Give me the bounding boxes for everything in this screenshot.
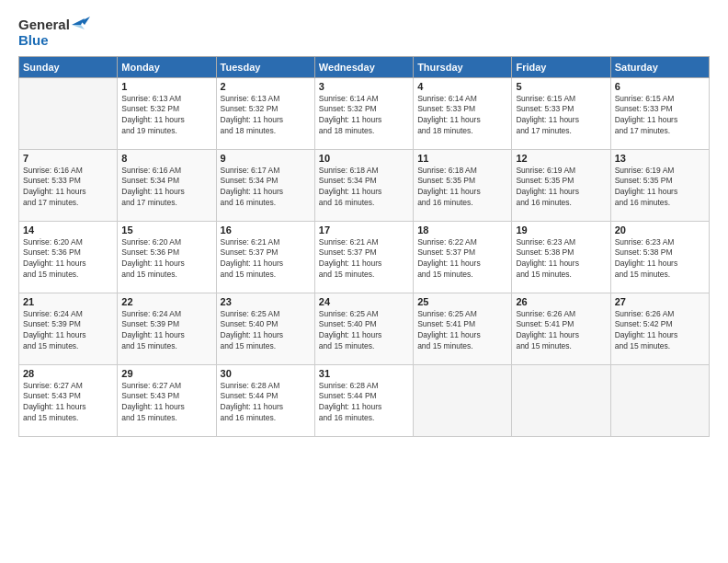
- day-number: 23: [221, 296, 311, 307]
- day-number: 27: [615, 296, 705, 307]
- day-info: Sunrise: 6:21 AM Sunset: 5:37 PM Dayligh…: [221, 237, 311, 282]
- day-info: Sunrise: 6:21 AM Sunset: 5:37 PM Dayligh…: [319, 237, 409, 282]
- col-thursday: Thursday: [414, 56, 512, 77]
- day-info: Sunrise: 6:26 AM Sunset: 5:41 PM Dayligh…: [516, 309, 606, 353]
- day-number: 8: [121, 153, 211, 164]
- day-info: Sunrise: 6:26 AM Sunset: 5:42 PM Dayligh…: [615, 309, 705, 353]
- day-number: 24: [319, 296, 409, 307]
- col-friday: Friday: [512, 56, 610, 77]
- day-number: 10: [319, 153, 409, 164]
- calendar-header-row: Sunday Monday Tuesday Wednesday Thursday…: [19, 56, 710, 77]
- calendar-cell: 28Sunrise: 6:27 AM Sunset: 5:43 PM Dayli…: [19, 364, 118, 436]
- day-info: Sunrise: 6:18 AM Sunset: 5:34 PM Dayligh…: [319, 166, 409, 210]
- calendar-cell: 26Sunrise: 6:26 AM Sunset: 5:41 PM Dayli…: [512, 293, 610, 364]
- calendar-cell: 23Sunrise: 6:25 AM Sunset: 5:40 PM Dayli…: [216, 293, 314, 364]
- calendar-cell: 12Sunrise: 6:19 AM Sunset: 5:35 PM Dayli…: [512, 149, 610, 221]
- day-info: Sunrise: 6:16 AM Sunset: 5:33 PM Dayligh…: [23, 166, 113, 210]
- col-wednesday: Wednesday: [314, 56, 413, 77]
- day-info: Sunrise: 6:16 AM Sunset: 5:34 PM Dayligh…: [121, 166, 211, 210]
- logo-text-blue: Blue: [18, 33, 49, 49]
- calendar-cell: 24Sunrise: 6:25 AM Sunset: 5:40 PM Dayli…: [314, 293, 413, 364]
- calendar-cell: 1Sunrise: 6:13 AM Sunset: 5:32 PM Daylig…: [118, 77, 216, 149]
- day-number: 21: [23, 296, 113, 307]
- calendar-cell: 10Sunrise: 6:18 AM Sunset: 5:34 PM Dayli…: [314, 149, 413, 221]
- calendar-cell: 27Sunrise: 6:26 AM Sunset: 5:42 PM Dayli…: [610, 293, 709, 364]
- day-number: 18: [417, 224, 507, 236]
- day-number: 31: [319, 368, 409, 379]
- day-number: 12: [516, 153, 606, 164]
- day-info: Sunrise: 6:24 AM Sunset: 5:39 PM Dayligh…: [121, 309, 211, 353]
- day-number: 29: [121, 368, 211, 379]
- day-number: 3: [319, 81, 409, 92]
- col-sunday: Sunday: [19, 56, 118, 77]
- day-info: Sunrise: 6:14 AM Sunset: 5:33 PM Dayligh…: [417, 94, 507, 138]
- day-info: Sunrise: 6:23 AM Sunset: 5:38 PM Dayligh…: [615, 237, 705, 282]
- calendar-cell: 13Sunrise: 6:19 AM Sunset: 5:35 PM Dayli…: [610, 149, 709, 221]
- day-number: 6: [615, 81, 705, 92]
- day-info: Sunrise: 6:25 AM Sunset: 5:40 PM Dayligh…: [319, 309, 409, 353]
- day-info: Sunrise: 6:20 AM Sunset: 5:36 PM Dayligh…: [121, 237, 211, 282]
- day-info: Sunrise: 6:28 AM Sunset: 5:44 PM Dayligh…: [319, 381, 409, 425]
- day-number: 5: [516, 81, 606, 92]
- day-number: 1: [121, 81, 211, 92]
- calendar-cell: 15Sunrise: 6:20 AM Sunset: 5:36 PM Dayli…: [118, 221, 216, 293]
- calendar-cell: 9Sunrise: 6:17 AM Sunset: 5:34 PM Daylig…: [216, 149, 314, 221]
- calendar-cell: 3Sunrise: 6:14 AM Sunset: 5:32 PM Daylig…: [314, 77, 413, 149]
- svg-marker-1: [81, 17, 90, 25]
- day-number: 4: [417, 81, 507, 92]
- day-number: 25: [417, 296, 507, 307]
- day-number: 9: [221, 153, 311, 164]
- day-info: Sunrise: 6:25 AM Sunset: 5:41 PM Dayligh…: [417, 309, 507, 353]
- calendar-cell: [610, 364, 709, 436]
- calendar-cell: 8Sunrise: 6:16 AM Sunset: 5:34 PM Daylig…: [118, 149, 216, 221]
- day-number: 15: [121, 224, 211, 236]
- day-info: Sunrise: 6:24 AM Sunset: 5:39 PM Dayligh…: [23, 309, 113, 353]
- day-number: 16: [221, 224, 311, 236]
- day-number: 7: [23, 153, 113, 164]
- day-number: 2: [221, 81, 311, 92]
- day-number: 26: [516, 296, 606, 307]
- day-info: Sunrise: 6:22 AM Sunset: 5:37 PM Dayligh…: [417, 237, 507, 282]
- logo-text-general: General: [18, 17, 70, 33]
- day-number: 19: [516, 224, 606, 236]
- calendar-week-row: 28Sunrise: 6:27 AM Sunset: 5:43 PM Dayli…: [19, 364, 710, 436]
- calendar-cell: 25Sunrise: 6:25 AM Sunset: 5:41 PM Dayli…: [414, 293, 512, 364]
- calendar-cell: 11Sunrise: 6:18 AM Sunset: 5:35 PM Dayli…: [414, 149, 512, 221]
- calendar-cell: [414, 364, 512, 436]
- day-info: Sunrise: 6:19 AM Sunset: 5:35 PM Dayligh…: [615, 166, 705, 210]
- day-info: Sunrise: 6:28 AM Sunset: 5:44 PM Dayligh…: [221, 381, 311, 425]
- calendar-week-row: 21Sunrise: 6:24 AM Sunset: 5:39 PM Dayli…: [19, 293, 710, 364]
- day-number: 30: [221, 368, 311, 379]
- calendar-cell: 6Sunrise: 6:15 AM Sunset: 5:33 PM Daylig…: [610, 77, 709, 149]
- day-number: 28: [23, 368, 113, 379]
- day-info: Sunrise: 6:20 AM Sunset: 5:36 PM Dayligh…: [23, 237, 113, 282]
- day-info: Sunrise: 6:17 AM Sunset: 5:34 PM Dayligh…: [221, 166, 311, 210]
- page-header: General Blue: [18, 17, 710, 49]
- day-info: Sunrise: 6:19 AM Sunset: 5:35 PM Dayligh…: [516, 166, 606, 210]
- calendar-week-row: 14Sunrise: 6:20 AM Sunset: 5:36 PM Dayli…: [19, 221, 710, 293]
- calendar-cell: 7Sunrise: 6:16 AM Sunset: 5:33 PM Daylig…: [19, 149, 118, 221]
- day-info: Sunrise: 6:18 AM Sunset: 5:35 PM Dayligh…: [417, 166, 507, 210]
- day-info: Sunrise: 6:13 AM Sunset: 5:32 PM Dayligh…: [221, 94, 311, 138]
- calendar-cell: [19, 77, 118, 149]
- calendar-cell: 2Sunrise: 6:13 AM Sunset: 5:32 PM Daylig…: [216, 77, 314, 149]
- day-info: Sunrise: 6:27 AM Sunset: 5:43 PM Dayligh…: [121, 381, 211, 425]
- calendar-cell: 14Sunrise: 6:20 AM Sunset: 5:36 PM Dayli…: [19, 221, 118, 293]
- day-number: 17: [319, 224, 409, 236]
- day-number: 13: [615, 153, 705, 164]
- day-info: Sunrise: 6:13 AM Sunset: 5:32 PM Dayligh…: [121, 94, 211, 138]
- col-monday: Monday: [118, 56, 216, 77]
- logo-bird-icon: [72, 17, 92, 33]
- day-number: 20: [615, 224, 705, 236]
- day-number: 14: [23, 224, 113, 236]
- day-info: Sunrise: 6:14 AM Sunset: 5:32 PM Dayligh…: [319, 94, 409, 138]
- calendar-week-row: 1Sunrise: 6:13 AM Sunset: 5:32 PM Daylig…: [19, 77, 710, 149]
- day-info: Sunrise: 6:15 AM Sunset: 5:33 PM Dayligh…: [615, 94, 705, 138]
- calendar-cell: 20Sunrise: 6:23 AM Sunset: 5:38 PM Dayli…: [610, 221, 709, 293]
- calendar-cell: 18Sunrise: 6:22 AM Sunset: 5:37 PM Dayli…: [414, 221, 512, 293]
- calendar-cell: 22Sunrise: 6:24 AM Sunset: 5:39 PM Dayli…: [118, 293, 216, 364]
- calendar-cell: 17Sunrise: 6:21 AM Sunset: 5:37 PM Dayli…: [314, 221, 413, 293]
- calendar-cell: 21Sunrise: 6:24 AM Sunset: 5:39 PM Dayli…: [19, 293, 118, 364]
- calendar-cell: 31Sunrise: 6:28 AM Sunset: 5:44 PM Dayli…: [314, 364, 413, 436]
- day-info: Sunrise: 6:27 AM Sunset: 5:43 PM Dayligh…: [23, 381, 113, 425]
